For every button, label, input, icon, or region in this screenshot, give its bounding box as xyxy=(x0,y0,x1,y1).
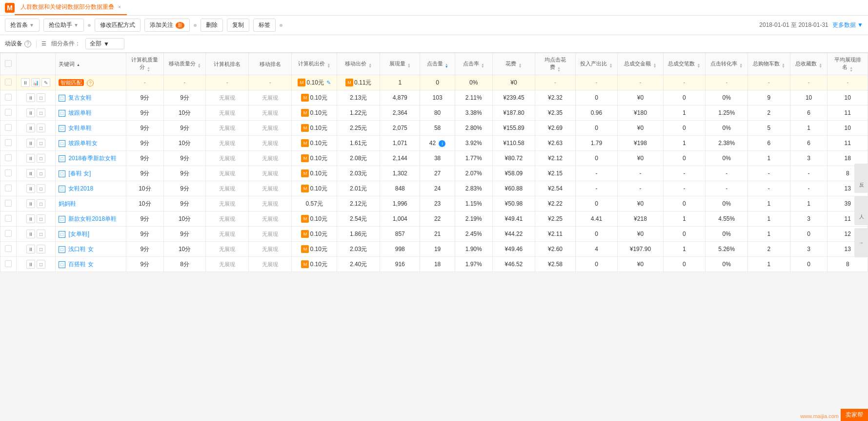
tab-keywords[interactable]: 人群数据和关键词数据部分数据重叠 × xyxy=(15,0,127,15)
keyword-sort-icon[interactable]: ▲ xyxy=(77,63,80,66)
keyword-link[interactable]: 坡跟单鞋 xyxy=(68,109,92,116)
row-state-btn[interactable]: □ xyxy=(37,108,45,117)
keyword-link[interactable]: 2018春季新款女鞋 xyxy=(68,155,117,162)
keyword-pc-icon[interactable]: □ xyxy=(59,246,65,253)
row-checkbox[interactable] xyxy=(5,109,12,116)
row-checkbox[interactable] xyxy=(5,260,12,267)
keyword-link[interactable]: 女鞋单鞋 xyxy=(68,125,92,131)
delete-button[interactable]: 删除 xyxy=(201,19,223,32)
row-pause-btn[interactable]: ⏸ xyxy=(26,93,35,102)
th-conversion-rate[interactable]: 点击转化率 ▲▼ xyxy=(706,53,748,75)
sidebar-btn-up[interactable]: ↑ xyxy=(854,228,868,257)
keyword-link[interactable]: 妈妈鞋 xyxy=(59,200,76,207)
th-avg-rank[interactable]: 平均展现排名 ▲▼ xyxy=(828,53,868,75)
row-state-btn[interactable]: □ xyxy=(37,93,45,102)
row-state-btn[interactable]: □ xyxy=(37,245,45,253)
clicks-info-icon[interactable]: i xyxy=(439,140,445,147)
th-avg-cpc[interactable]: 均点击花费 ▲▼ xyxy=(535,53,575,75)
row-state-btn[interactable]: □ xyxy=(37,184,45,193)
help-icon[interactable]: ? xyxy=(24,41,31,47)
row-pause-btn[interactable]: ⏸ xyxy=(26,124,35,132)
keyword-pc-icon[interactable]: □ xyxy=(59,261,65,268)
th-mobile-score[interactable]: 移动质量分 ▲▼ xyxy=(163,53,206,75)
mobile-score-sort-icon[interactable]: ▲▼ xyxy=(198,63,201,68)
th-cart[interactable]: 总购物车数 ▲▼ xyxy=(747,53,790,75)
th-pc-bid[interactable]: 计算机出价 ▲▼ xyxy=(292,53,337,75)
tag-button[interactable]: 标签 xyxy=(253,19,276,32)
row-pause-btn[interactable]: ⏸ xyxy=(26,108,35,117)
keyword-pc-icon[interactable]: □ xyxy=(59,231,65,238)
avg-rank-sort-icon[interactable]: ▲▼ xyxy=(849,66,853,72)
row-pause-btn[interactable]: ⏸ xyxy=(26,245,35,253)
th-clicks[interactable]: 点击量 ▲▼ xyxy=(420,53,455,75)
roi-sort-icon[interactable]: ▲▼ xyxy=(609,63,613,68)
row-pause-btn[interactable]: ⏸ xyxy=(26,154,35,163)
row-checkbox[interactable] xyxy=(5,94,12,101)
avg-cpc-sort-icon[interactable]: ▲▼ xyxy=(557,66,561,72)
row-checkbox[interactable] xyxy=(5,124,12,131)
row-pause-btn[interactable]: ⏸ xyxy=(26,214,35,223)
keyword-link[interactable]: 女鞋2018 xyxy=(68,185,93,192)
sm-pause-btn[interactable]: ⏸ xyxy=(21,78,30,87)
th-keyword[interactable]: 关键词 ▲ xyxy=(56,53,126,75)
keyword-link[interactable]: 百搭鞋 女 xyxy=(68,261,93,268)
row-pause-btn[interactable]: ⏸ xyxy=(26,199,35,208)
th-total-orders[interactable]: 总成交笔数 ▲▼ xyxy=(663,53,706,75)
impressions-sort-icon[interactable]: ▲▼ xyxy=(407,63,411,68)
row-checkbox[interactable] xyxy=(5,169,12,176)
row-checkbox[interactable] xyxy=(5,230,12,237)
row-checkbox[interactable] xyxy=(5,200,12,207)
add-follow-button[interactable]: 添加关注 新 xyxy=(144,19,190,32)
conv-rate-sort-icon[interactable]: ▲▼ xyxy=(739,63,743,68)
keyword-pc-icon[interactable]: □ xyxy=(59,186,65,192)
th-mobile-bid[interactable]: 移动出价 ▲▼ xyxy=(337,53,380,75)
th-roi[interactable]: 投入产出比 ▲▼ xyxy=(575,53,618,75)
th-pc-rank[interactable]: 计算机排名 xyxy=(206,53,249,75)
sidebar-btn-person[interactable]: 人 xyxy=(854,196,868,225)
row-pause-btn[interactable]: ⏸ xyxy=(26,230,35,238)
total-sales-sort-icon[interactable]: ▲▼ xyxy=(653,63,657,68)
row-checkbox[interactable] xyxy=(5,215,12,222)
row-state-btn[interactable]: □ xyxy=(37,139,45,147)
select-all-checkbox[interactable] xyxy=(5,60,12,67)
cart-sort-icon[interactable]: ▲▼ xyxy=(782,63,785,68)
sm-edit-btn[interactable]: ✎ xyxy=(41,78,50,87)
qiang-shou-tiao-button[interactable]: 抢首条 ▼ xyxy=(5,19,40,32)
pc-score-sort-icon[interactable]: ▲▼ xyxy=(147,66,150,72)
row-pause-btn[interactable]: ⏸ xyxy=(26,139,35,147)
pc-bid-sort-icon[interactable]: ▲▼ xyxy=(327,63,330,68)
keyword-pc-icon[interactable]: □ xyxy=(59,170,65,177)
sm-pc-bid-edit[interactable]: ✎ xyxy=(326,80,331,86)
ctr-sort-icon[interactable]: ▲▼ xyxy=(481,63,484,68)
more-data-button[interactable]: 更多数据 ▼ xyxy=(832,21,863,29)
row-pause-btn[interactable]: ⏸ xyxy=(26,169,35,178)
mobile-bid-sort-icon[interactable]: ▲▼ xyxy=(368,63,372,68)
th-pc-score[interactable]: 计算机质量分 ▲▼ xyxy=(126,53,163,75)
row-pause-btn[interactable]: ⏸ xyxy=(26,184,35,193)
row-state-btn[interactable]: □ xyxy=(37,214,45,223)
keyword-pc-icon[interactable]: □ xyxy=(59,95,65,102)
keyword-pc-icon[interactable]: □ xyxy=(59,125,65,132)
qiang-wei-button[interactable]: 抢位助手 ▼ xyxy=(43,19,84,32)
row-checkbox[interactable] xyxy=(5,245,12,252)
row-state-btn[interactable]: □ xyxy=(37,199,45,208)
keyword-link[interactable]: 浅口鞋 女 xyxy=(68,246,93,253)
total-orders-sort-icon[interactable]: ▲▼ xyxy=(697,63,701,68)
keyword-link[interactable]: 坡跟单鞋女 xyxy=(68,140,98,147)
keyword-link[interactable]: [春鞋 女] xyxy=(68,170,91,177)
row-state-btn[interactable]: □ xyxy=(37,169,45,178)
smart-match-help[interactable]: ? xyxy=(87,80,94,86)
row-state-btn[interactable]: □ xyxy=(37,154,45,163)
row-pause-btn[interactable]: ⏸ xyxy=(26,260,35,269)
clicks-sort-icon[interactable]: ▲▼ xyxy=(445,63,448,68)
keyword-link[interactable]: 复古女鞋 xyxy=(68,94,92,101)
row-checkbox[interactable] xyxy=(5,154,12,161)
row-checkbox[interactable] xyxy=(5,139,12,146)
modify-match-button[interactable]: 修改匹配方式 xyxy=(95,19,141,32)
tab-close-icon[interactable]: × xyxy=(118,4,121,10)
keyword-pc-icon[interactable]: □ xyxy=(59,110,65,117)
keyword-pc-icon[interactable]: □ xyxy=(59,155,65,162)
row-checkbox[interactable] xyxy=(5,185,12,191)
th-mobile-rank[interactable]: 移动排名 xyxy=(249,53,292,75)
row-state-btn[interactable]: □ xyxy=(37,124,45,132)
